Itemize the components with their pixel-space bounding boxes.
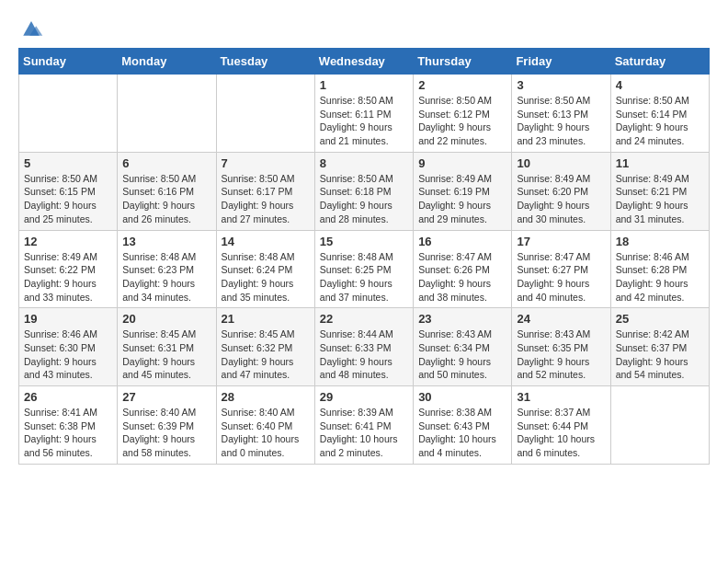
calendar-cell: 5Sunrise: 8:50 AM Sunset: 6:15 PM Daylig… xyxy=(19,152,118,230)
calendar-cell: 14Sunrise: 8:48 AM Sunset: 6:24 PM Dayli… xyxy=(216,230,314,308)
day-number: 4 xyxy=(616,78,704,92)
calendar-cell: 22Sunrise: 8:44 AM Sunset: 6:33 PM Dayli… xyxy=(314,308,413,386)
day-number: 15 xyxy=(320,235,408,248)
day-info: Sunrise: 8:47 AM Sunset: 6:27 PM Dayligh… xyxy=(517,250,605,304)
day-number: 5 xyxy=(24,156,112,170)
calendar-cell: 15Sunrise: 8:48 AM Sunset: 6:25 PM Dayli… xyxy=(314,230,413,308)
calendar-cell: 9Sunrise: 8:49 AM Sunset: 6:19 PM Daylig… xyxy=(414,152,512,230)
day-info: Sunrise: 8:50 AM Sunset: 6:18 PM Dayligh… xyxy=(320,172,408,226)
day-info: Sunrise: 8:40 AM Sunset: 6:39 PM Dayligh… xyxy=(122,406,210,460)
day-info: Sunrise: 8:48 AM Sunset: 6:23 PM Dayligh… xyxy=(122,250,210,304)
weekday-header-monday: Monday xyxy=(118,49,216,75)
weekday-header-row: SundayMondayTuesdayWednesdayThursdayFrid… xyxy=(19,49,710,75)
calendar-cell: 18Sunrise: 8:46 AM Sunset: 6:28 PM Dayli… xyxy=(610,230,709,308)
day-info: Sunrise: 8:45 AM Sunset: 6:32 PM Dayligh… xyxy=(222,327,310,382)
weekday-header-wednesday: Wednesday xyxy=(314,49,413,75)
day-info: Sunrise: 8:50 AM Sunset: 6:16 PM Dayligh… xyxy=(122,172,210,226)
day-info: Sunrise: 8:49 AM Sunset: 6:22 PM Dayligh… xyxy=(24,250,112,304)
day-number: 6 xyxy=(122,156,210,170)
day-number: 26 xyxy=(24,390,112,404)
day-info: Sunrise: 8:44 AM Sunset: 6:33 PM Dayligh… xyxy=(320,327,408,382)
weekday-header-sunday: Sunday xyxy=(19,49,118,75)
day-number: 14 xyxy=(222,235,310,248)
weekday-header-saturday: Saturday xyxy=(610,49,709,75)
calendar-cell: 25Sunrise: 8:42 AM Sunset: 6:37 PM Dayli… xyxy=(610,308,709,386)
calendar-cell: 19Sunrise: 8:46 AM Sunset: 6:30 PM Dayli… xyxy=(19,308,118,386)
day-number: 30 xyxy=(418,390,506,404)
day-number: 21 xyxy=(222,312,310,326)
calendar-cell: 7Sunrise: 8:50 AM Sunset: 6:17 PM Daylig… xyxy=(216,152,314,230)
day-number: 25 xyxy=(616,312,704,326)
calendar-cell: 12Sunrise: 8:49 AM Sunset: 6:22 PM Dayli… xyxy=(19,230,118,308)
day-number: 19 xyxy=(24,312,112,326)
calendar-cell: 2Sunrise: 8:50 AM Sunset: 6:12 PM Daylig… xyxy=(414,75,512,153)
calendar-cell: 6Sunrise: 8:50 AM Sunset: 6:16 PM Daylig… xyxy=(118,152,216,230)
calendar-cell: 31Sunrise: 8:37 AM Sunset: 6:44 PM Dayli… xyxy=(512,386,610,465)
weekday-header-tuesday: Tuesday xyxy=(216,49,314,75)
calendar-cell: 17Sunrise: 8:47 AM Sunset: 6:27 PM Dayli… xyxy=(512,230,610,308)
day-number: 18 xyxy=(616,235,704,248)
day-number: 10 xyxy=(517,156,605,170)
day-number: 7 xyxy=(222,156,310,170)
calendar-cell: 28Sunrise: 8:40 AM Sunset: 6:40 PM Dayli… xyxy=(216,386,314,465)
calendar-week-4: 19Sunrise: 8:46 AM Sunset: 6:30 PM Dayli… xyxy=(19,308,710,386)
day-info: Sunrise: 8:48 AM Sunset: 6:25 PM Dayligh… xyxy=(320,250,408,304)
day-info: Sunrise: 8:43 AM Sunset: 6:34 PM Dayligh… xyxy=(418,327,506,382)
day-info: Sunrise: 8:50 AM Sunset: 6:13 PM Dayligh… xyxy=(517,94,605,148)
day-info: Sunrise: 8:50 AM Sunset: 6:17 PM Dayligh… xyxy=(222,172,310,226)
calendar-week-3: 12Sunrise: 8:49 AM Sunset: 6:22 PM Dayli… xyxy=(19,230,710,308)
day-number: 31 xyxy=(517,390,605,404)
calendar-cell xyxy=(19,75,118,153)
calendar-cell: 26Sunrise: 8:41 AM Sunset: 6:38 PM Dayli… xyxy=(19,386,118,465)
day-number: 16 xyxy=(418,235,506,248)
day-number: 22 xyxy=(320,312,408,326)
calendar-cell xyxy=(610,386,709,465)
day-info: Sunrise: 8:45 AM Sunset: 6:31 PM Dayligh… xyxy=(122,327,210,382)
day-number: 11 xyxy=(616,156,704,170)
day-number: 8 xyxy=(320,156,408,170)
calendar-cell: 1Sunrise: 8:50 AM Sunset: 6:11 PM Daylig… xyxy=(314,75,413,153)
day-number: 2 xyxy=(418,78,506,92)
day-number: 28 xyxy=(222,390,310,404)
day-number: 17 xyxy=(517,235,605,248)
calendar-week-2: 5Sunrise: 8:50 AM Sunset: 6:15 PM Daylig… xyxy=(19,152,710,230)
day-info: Sunrise: 8:48 AM Sunset: 6:24 PM Dayligh… xyxy=(222,250,310,304)
day-number: 1 xyxy=(320,78,408,92)
calendar-cell: 21Sunrise: 8:45 AM Sunset: 6:32 PM Dayli… xyxy=(216,308,314,386)
day-number: 3 xyxy=(517,78,605,92)
page: SundayMondayTuesdayWednesdayThursdayFrid… xyxy=(0,0,728,479)
calendar-cell: 4Sunrise: 8:50 AM Sunset: 6:14 PM Daylig… xyxy=(610,75,709,153)
calendar-cell: 13Sunrise: 8:48 AM Sunset: 6:23 PM Dayli… xyxy=(118,230,216,308)
day-info: Sunrise: 8:46 AM Sunset: 6:30 PM Dayligh… xyxy=(24,327,112,382)
day-number: 24 xyxy=(517,312,605,326)
day-info: Sunrise: 8:50 AM Sunset: 6:12 PM Dayligh… xyxy=(418,94,506,148)
calendar-cell: 10Sunrise: 8:49 AM Sunset: 6:20 PM Dayli… xyxy=(512,152,610,230)
day-info: Sunrise: 8:38 AM Sunset: 6:43 PM Dayligh… xyxy=(418,406,506,460)
day-info: Sunrise: 8:46 AM Sunset: 6:28 PM Dayligh… xyxy=(616,250,704,304)
day-info: Sunrise: 8:47 AM Sunset: 6:26 PM Dayligh… xyxy=(418,250,506,304)
day-info: Sunrise: 8:39 AM Sunset: 6:41 PM Dayligh… xyxy=(320,406,408,460)
day-number: 27 xyxy=(122,390,210,404)
calendar-week-5: 26Sunrise: 8:41 AM Sunset: 6:38 PM Dayli… xyxy=(19,386,710,465)
day-info: Sunrise: 8:41 AM Sunset: 6:38 PM Dayligh… xyxy=(24,406,112,460)
day-info: Sunrise: 8:49 AM Sunset: 6:21 PM Dayligh… xyxy=(616,172,704,226)
day-info: Sunrise: 8:40 AM Sunset: 6:40 PM Dayligh… xyxy=(222,406,310,460)
day-info: Sunrise: 8:42 AM Sunset: 6:37 PM Dayligh… xyxy=(616,327,704,382)
calendar-cell: 20Sunrise: 8:45 AM Sunset: 6:31 PM Dayli… xyxy=(118,308,216,386)
day-info: Sunrise: 8:50 AM Sunset: 6:15 PM Dayligh… xyxy=(24,172,112,226)
calendar-cell: 29Sunrise: 8:39 AM Sunset: 6:41 PM Dayli… xyxy=(314,386,413,465)
day-info: Sunrise: 8:49 AM Sunset: 6:19 PM Dayligh… xyxy=(418,172,506,226)
logo-icon xyxy=(18,15,44,40)
calendar-cell: 30Sunrise: 8:38 AM Sunset: 6:43 PM Dayli… xyxy=(414,386,512,465)
day-number: 9 xyxy=(418,156,506,170)
day-info: Sunrise: 8:43 AM Sunset: 6:35 PM Dayligh… xyxy=(517,327,605,382)
day-number: 13 xyxy=(122,235,210,248)
logo xyxy=(18,15,48,40)
weekday-header-friday: Friday xyxy=(512,49,610,75)
day-info: Sunrise: 8:49 AM Sunset: 6:20 PM Dayligh… xyxy=(517,172,605,226)
calendar-cell xyxy=(118,75,216,153)
day-number: 23 xyxy=(418,312,506,326)
calendar-cell: 11Sunrise: 8:49 AM Sunset: 6:21 PM Dayli… xyxy=(610,152,709,230)
day-number: 20 xyxy=(122,312,210,326)
calendar-cell: 3Sunrise: 8:50 AM Sunset: 6:13 PM Daylig… xyxy=(512,75,610,153)
